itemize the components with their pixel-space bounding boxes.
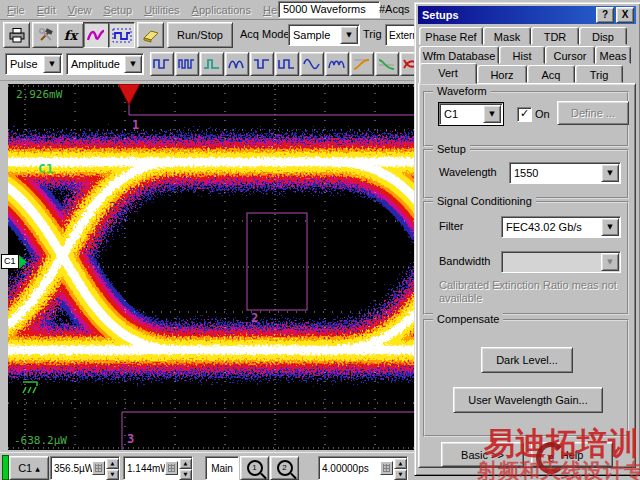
run-stop-button[interactable]: Run/Stop — [167, 22, 233, 48]
tab-wfm-database[interactable]: Wfm Database — [419, 46, 499, 64]
square-wave-1-icon[interactable] — [150, 52, 174, 76]
status-bar: C1 ▲ 356.5µW/ ▲ ▼ 1.144mW ▲ ▼ Main 1 2 — [0, 452, 414, 480]
chevron-down-icon[interactable]: ▼ — [340, 26, 358, 44]
function-icon[interactable]: fx — [57, 22, 84, 48]
square-wave-2-icon[interactable] — [175, 52, 199, 76]
keypad-icon[interactable] — [92, 461, 105, 475]
compensate-group-legend: Compensate — [433, 313, 503, 325]
tab-meas[interactable]: Meas — [595, 46, 631, 64]
dialog-titlebar[interactable]: Setups ? X — [418, 6, 636, 24]
tab-trig[interactable]: Trig — [575, 65, 623, 83]
round-wave-2-icon[interactable] — [325, 52, 349, 76]
clear-display-eraser-icon[interactable] — [137, 22, 164, 48]
magnifier-1-icon: 1 — [247, 460, 263, 476]
delay-spinner[interactable]: ▲ ▼ — [394, 458, 407, 478]
zoom-1-button[interactable]: 1 — [240, 456, 269, 480]
square-wave-4-icon[interactable] — [275, 52, 299, 76]
tab-disp[interactable]: Disp — [579, 27, 627, 45]
menu-bar: File Edit View Setup Utilities Applicati… — [0, 0, 414, 20]
filter-select[interactable]: FEC43.02 Gb/s ▼ — [501, 216, 621, 238]
main-toolbar: fx Run/Stop Acq Mode Sample ▼ Trig Exter… — [0, 20, 414, 49]
square-wave-3-icon[interactable] — [250, 52, 274, 76]
waveform-on-checkbox[interactable]: ✓ — [517, 107, 532, 122]
dca-oscilloscope-app: File Edit View Setup Utilities Applicati… — [0, 0, 640, 480]
printer-icon[interactable] — [3, 22, 30, 48]
chevron-down-icon[interactable]: ▼ — [601, 218, 619, 236]
scale-spinner[interactable]: ▲ ▼ — [106, 458, 119, 478]
keypad-icon[interactable] — [165, 461, 178, 475]
menu-applications[interactable]: Applications — [192, 4, 251, 16]
waveform-group: Waveform C1 ▼ ✓ On Define ... — [423, 91, 629, 147]
tab-cursor[interactable]: Cursor — [545, 46, 595, 64]
menu-setup[interactable]: Setup — [103, 4, 132, 16]
tab-vert[interactable]: Vert — [419, 63, 477, 84]
menu-utilities[interactable]: Utilities — [144, 4, 179, 16]
channel-marker-label: C1 — [1, 254, 19, 269]
calibrate-tools-icon[interactable] — [32, 22, 59, 48]
chevron-down-icon[interactable]: ▼ — [124, 55, 142, 73]
menu-view[interactable]: View — [68, 4, 92, 16]
mask-label-3: 3 — [127, 432, 134, 446]
waveform-on-label: On — [535, 108, 550, 120]
mask-label-2: 2 — [251, 311, 258, 325]
filter-label: Filter — [439, 220, 463, 232]
round-wave-1-icon[interactable] — [225, 52, 249, 76]
chevron-down-icon[interactable]: ▼ — [483, 105, 501, 123]
dialog-title: Setups — [422, 9, 459, 21]
timebase-mode-field: Main — [205, 456, 239, 480]
spin-up-icon[interactable]: ▲ — [179, 458, 192, 469]
keypad-icon[interactable] — [380, 461, 393, 475]
spin-down-icon[interactable]: ▼ — [394, 469, 407, 480]
sine-wave-icon[interactable] — [300, 52, 324, 76]
channel-marker[interactable]: C1 — [1, 254, 27, 269]
waveform-marquee-icon[interactable] — [108, 22, 135, 48]
menu-edit[interactable]: Edit — [37, 4, 56, 16]
close-icon[interactable]: X — [616, 7, 634, 23]
channel-color-indicator — [2, 455, 9, 480]
tab-phase-ref[interactable]: Phase Ref — [419, 27, 483, 45]
spin-up-icon[interactable]: ▲ — [106, 458, 119, 469]
timebase-delay-field[interactable]: 4.00000ps ▲ ▼ — [318, 456, 408, 480]
vertical-scale-field[interactable]: 356.5µW/ ▲ ▼ — [50, 456, 120, 480]
tab-acq[interactable]: Acq — [527, 65, 575, 83]
tab-horz[interactable]: Horz — [477, 65, 527, 83]
rise-edge-icon[interactable] — [350, 52, 374, 76]
chevron-down-icon[interactable]: ▼ — [601, 164, 619, 182]
tab-hist[interactable]: Hist — [499, 46, 545, 64]
user-wavelength-gain-button[interactable]: User Wavelength Gain... — [453, 387, 603, 413]
pulse-icon[interactable] — [200, 52, 224, 76]
channel-select-button[interactable]: C1 ▲ — [9, 456, 49, 480]
tab-tdr[interactable]: TDR — [531, 27, 579, 45]
color-grade-waveform-icon[interactable] — [83, 22, 110, 48]
extinction-ratio-note: Calibrated Extinction Ratio meas not ava… — [439, 279, 617, 305]
spin-down-icon[interactable]: ▼ — [106, 469, 119, 480]
spin-down-icon[interactable]: ▼ — [179, 469, 192, 480]
setups-dialog: Setups ? X Phase Ref Mask TDR Disp Wfm D… — [414, 2, 640, 476]
waveform-display: 1 2 3 2.926mW C1 -638.2µW — [8, 84, 414, 450]
signal-type-select[interactable]: Pulse ▼ — [5, 53, 63, 75]
help-button[interactable]: Help — [531, 442, 613, 467]
fall-edge-icon[interactable] — [375, 52, 399, 76]
wavelength-select[interactable]: 1550 ▼ — [509, 162, 621, 184]
basic-button[interactable]: Basic >> — [441, 442, 524, 467]
measure-toolbar: Pulse ▼ Amplitude ▼ — [0, 49, 414, 81]
chevron-down-icon[interactable]: ▼ — [43, 55, 61, 73]
bottom-scale-readout: -638.2µW — [14, 434, 67, 447]
tab-mask[interactable]: Mask — [483, 27, 531, 45]
spin-up-icon[interactable]: ▲ — [394, 458, 407, 469]
acqs-label: #Acqs — [379, 3, 410, 15]
wavelength-label: Wavelength — [439, 166, 497, 178]
bandwidth-label: Bandwidth — [439, 255, 490, 267]
zoom-2-button[interactable]: 2 — [270, 456, 299, 480]
dialog-help-icon[interactable]: ? — [596, 7, 614, 23]
acq-mode-label: Acq Mode — [240, 28, 290, 40]
vertical-offset-field[interactable]: 1.144mW ▲ ▼ — [123, 456, 193, 480]
menu-file[interactable]: File — [7, 4, 25, 16]
measure-category-select[interactable]: Amplitude ▼ — [66, 53, 144, 75]
signal-conditioning-group: Signal Conditioning Filter FEC43.02 Gb/s… — [423, 201, 629, 315]
acq-mode-select[interactable]: Sample ▼ — [288, 24, 360, 46]
dark-level-button[interactable]: Dark Level... — [481, 347, 573, 373]
acquisition-counter: 5000 Waveforms — [278, 1, 380, 18]
waveform-source-select[interactable]: C1 ▼ — [439, 103, 503, 125]
offset-spinner[interactable]: ▲ ▼ — [179, 458, 192, 478]
